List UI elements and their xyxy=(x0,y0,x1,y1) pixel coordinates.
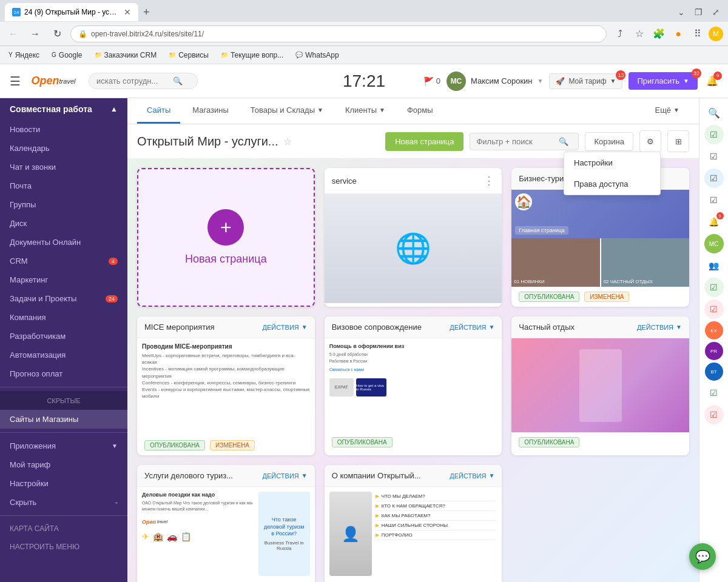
chastniy-card[interactable]: Частный отдых ДЕЙСТВИЯ ▼ ОПУБЛИКОВАНА xyxy=(511,316,689,455)
tab-goods[interactable]: Товары и Склады ▼ xyxy=(241,98,333,124)
side-avatar-1[interactable]: МС xyxy=(704,234,724,253)
profile-icon[interactable]: ● xyxy=(670,25,687,42)
tab-clients[interactable]: Клиенты ▼ xyxy=(335,98,395,124)
new-page-card[interactable]: + Новая страница xyxy=(137,168,315,307)
sidebar-collapse-icon[interactable]: ▲ xyxy=(110,105,118,113)
delovoy-actions-btn[interactable]: ДЕЙСТВИЯ ▼ xyxy=(263,472,308,480)
sidebar-item-prognoz[interactable]: Прогноз оплат xyxy=(0,364,127,383)
bell-side-icon[interactable]: 🔔 9 xyxy=(704,212,724,232)
checklist-icon-3[interactable]: ☑ xyxy=(704,169,724,188)
menu-hamburger-btn[interactable]: ☰ xyxy=(7,72,23,91)
chastniy-actions-btn[interactable]: ДЕЙСТВИЯ ▼ xyxy=(637,324,682,331)
search-side-icon[interactable]: 🔍 xyxy=(704,103,724,122)
bookmark-zakazchiki[interactable]: 📁 Заказчики CRM xyxy=(91,50,161,61)
checklist-icon-4[interactable]: ☑ xyxy=(704,190,724,210)
tab-close-btn[interactable]: ✕ xyxy=(124,7,131,17)
home-icon: 🏠 xyxy=(515,193,532,210)
favorite-star-icon[interactable]: ☆ xyxy=(283,136,292,147)
filter-search-bar[interactable]: 🔍 xyxy=(470,133,579,150)
fullscreen-btn[interactable]: ⤢ xyxy=(709,6,723,18)
basket-btn[interactable]: Корзина xyxy=(585,132,633,151)
sidebar-item-disk[interactable]: Диск xyxy=(0,214,127,233)
browser-apps-icon[interactable]: ⠿ xyxy=(689,25,706,42)
logo[interactable]: Opentravel xyxy=(29,70,78,92)
sidebar-item-marketing[interactable]: Маркетинг xyxy=(0,270,127,289)
bookmark-google[interactable]: G Google xyxy=(48,50,86,61)
forward-btn[interactable]: → xyxy=(27,25,44,42)
checklist-icon-8[interactable]: ☑ xyxy=(704,405,724,424)
view-toggle-btn[interactable]: ⊞ xyxy=(667,130,689,152)
tariff-btn[interactable]: 🚀 Мой тариф ▼ 13 xyxy=(549,73,622,89)
sidebar-item-apps[interactable]: Приложения ▼ xyxy=(0,436,127,455)
sidebar-item-mail[interactable]: Почта xyxy=(0,176,127,195)
sidebar-item-sites[interactable]: Сайты и Магазины xyxy=(0,410,127,429)
checklist-icon-7[interactable]: ☑ xyxy=(704,383,724,403)
checklist-icon-1[interactable]: ☑ xyxy=(704,125,724,144)
dropdown-settings[interactable]: Настройки xyxy=(564,152,660,173)
visa-card-title: Визовое сопровождение xyxy=(332,323,422,332)
header-right-icons: 🔔 9 xyxy=(704,73,721,90)
bookmark-star-icon[interactable]: ☆ xyxy=(631,25,648,42)
profile-avatar-icon[interactable]: М xyxy=(709,27,723,41)
okompanii-card[interactable]: О компании Открытый... ДЕЙСТВИЯ ▼ 👤 xyxy=(325,465,502,582)
extensions-icon[interactable]: 🧩 xyxy=(650,25,667,42)
filter-input[interactable] xyxy=(476,137,555,146)
tab-forms[interactable]: Формы xyxy=(397,98,443,124)
sidebar-item-automation[interactable]: Автоматизация xyxy=(0,346,127,364)
visa-actions-btn[interactable]: ДЕЙСТВИЯ ▼ xyxy=(450,324,494,331)
service-card[interactable]: service ⋮ 🌐 xyxy=(325,168,502,307)
floating-chat-btn[interactable]: 💬 xyxy=(689,543,716,570)
share-icon[interactable]: ⤴ xyxy=(612,25,629,42)
sidebar-item-settings[interactable]: Настройки xyxy=(0,474,127,493)
bookmark-tekushchie[interactable]: 📁 Текущие вопр... xyxy=(217,50,287,61)
sidebar-configure-menu[interactable]: НАСТРОИТЬ МЕНЮ xyxy=(0,538,127,556)
employee-search[interactable]: 🔍 xyxy=(89,73,198,89)
checklist-icon-2[interactable]: ☑ xyxy=(704,147,724,166)
side-avatar-extra-1: EX xyxy=(705,321,723,340)
sidebar-item-novosti[interactable]: Новости xyxy=(0,120,127,139)
service-card-menu-icon[interactable]: ⋮ xyxy=(484,174,494,187)
sidebar-item-hide[interactable]: Скрыть - xyxy=(0,493,127,512)
sidebar-item-calendar[interactable]: Календарь xyxy=(0,139,127,158)
sidebar-item-groups[interactable]: Группы xyxy=(0,195,127,214)
user-menu[interactable]: МС Максим Сорокин ▼ xyxy=(447,72,543,91)
mice-actions-btn[interactable]: ДЕЙСТВИЯ ▼ xyxy=(263,324,308,331)
sidebar-item-crm[interactable]: CRM 4 xyxy=(0,252,127,270)
refresh-btn[interactable]: ↻ xyxy=(49,25,66,42)
delovoy-card[interactable]: Услуги делового туриз... ДЕЙСТВИЯ ▼ Дело… xyxy=(137,465,315,582)
visa-card[interactable]: Визовое сопровождение ДЕЙСТВИЯ ▼ Помощь … xyxy=(325,316,502,455)
sidebar-item-tasks[interactable]: Задачи и Проекты 24 xyxy=(0,289,127,308)
notifications-icon[interactable]: 🔔 9 xyxy=(704,73,721,90)
tariff-dropdown-icon: ▼ xyxy=(610,78,616,84)
minimize-btn[interactable]: ⌄ xyxy=(674,6,689,18)
mice-card[interactable]: MICE мероприятия ДЕЙСТВИЯ ▼ Проводим MIC… xyxy=(137,316,315,455)
tab-more[interactable]: Ещё ▼ xyxy=(645,98,689,124)
invite-btn[interactable]: Пригласить ▼ 32 xyxy=(629,72,698,90)
tab-shops[interactable]: Магазины xyxy=(183,98,238,124)
address-bar[interactable]: 🔒 open-travel.bitrix24.ru/sites/site/11/ xyxy=(70,25,607,42)
bookmark-servisy[interactable]: 📁 Сервисы xyxy=(165,50,212,61)
tab-sites[interactable]: Сайты xyxy=(137,98,180,124)
checklist-icon-5[interactable]: ☑ xyxy=(704,278,724,297)
sidebar-site-map[interactable]: КАРТА САЙТА xyxy=(0,520,127,538)
bookmark-whatsapp[interactable]: 💬 WhatsApp xyxy=(292,50,342,61)
browser-tab-active[interactable]: 24 24 (9) Открытый Мир - услуг... ✕ xyxy=(5,3,138,21)
sidebar-item-docs[interactable]: Документы Онлайн xyxy=(0,233,127,252)
sidebar-item-dev[interactable]: Разработчикам xyxy=(0,327,127,346)
group-side-icon[interactable]: 👥 xyxy=(704,256,724,275)
new-page-btn[interactable]: Новая страница xyxy=(385,132,463,151)
sidebar-item-company[interactable]: Компания xyxy=(0,308,127,327)
dropdown-access[interactable]: Права доступа xyxy=(564,173,660,195)
sidebar-item-chat[interactable]: Чат и звонки xyxy=(0,158,127,176)
maximize-btn[interactable]: ❐ xyxy=(691,6,706,18)
search-input[interactable] xyxy=(96,76,169,85)
sidebar-item-mytariff[interactable]: Мой тариф xyxy=(0,455,127,474)
checklist-icon-6[interactable]: ☑ xyxy=(704,299,724,319)
back-btn[interactable]: ← xyxy=(5,25,22,42)
chastniy-actions-icon: ▼ xyxy=(676,324,682,330)
okompanii-actions-btn[interactable]: ДЕЙСТВИЯ ▼ xyxy=(450,472,494,480)
hide-dash-icon: - xyxy=(115,498,118,507)
new-tab-btn[interactable]: + xyxy=(143,6,150,19)
bookmark-yandex[interactable]: Y Яндекс xyxy=(5,50,43,61)
settings-gear-btn[interactable]: ⚙ Настройки Права доступа xyxy=(639,130,661,152)
